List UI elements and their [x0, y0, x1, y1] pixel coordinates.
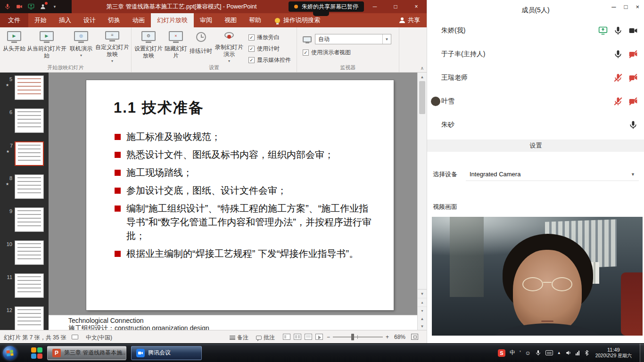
- camera-on-icon[interactable]: [628, 26, 638, 35]
- notes-scrollbar[interactable]: ▲ ▼: [417, 315, 427, 330]
- slide-thumbnail-active[interactable]: 7 ★: [15, 141, 44, 166]
- mic-muted-icon[interactable]: [613, 73, 623, 82]
- vertical-scrollbar[interactable]: ▲ ▼ ▴ ▾: [417, 73, 427, 315]
- taskbar-powerpoint-button[interactable]: P 第三章 管道线路基本施...: [47, 346, 126, 360]
- monitor-dropdown[interactable]: 自动 ▼: [315, 34, 391, 44]
- zoom-out-button[interactable]: −: [327, 334, 330, 340]
- punctuation-icon[interactable]: ’: [520, 350, 521, 356]
- tab-view[interactable]: 视图: [218, 13, 243, 27]
- keyboard-icon[interactable]: [545, 350, 553, 355]
- chevron-down-icon[interactable]: ▾: [51, 3, 58, 10]
- slide-sorter-view-button[interactable]: [294, 334, 301, 340]
- set-up-slideshow-button[interactable]: ⚙ 设置幻灯片放映: [133, 29, 164, 64]
- next-slide-button[interactable]: ▾: [418, 306, 427, 315]
- tab-slideshow[interactable]: 幻灯片放映: [151, 13, 194, 27]
- checkbox-label: 使用演示者视图: [311, 49, 351, 57]
- tab-design[interactable]: 设计: [77, 13, 102, 27]
- tab-animations[interactable]: 动画: [126, 13, 151, 27]
- zoom-in-button[interactable]: +: [386, 334, 389, 340]
- member-row: 朱砂: [427, 113, 644, 137]
- mic-muted-icon[interactable]: [613, 97, 623, 106]
- meeting-mic-icon[interactable]: [4, 3, 11, 10]
- input-language-icon[interactable]: 中: [510, 349, 515, 357]
- presenter-view-checkbox[interactable]: ✓ 使用演示者视图: [303, 49, 351, 57]
- scroll-down-button[interactable]: ▼: [418, 322, 427, 330]
- play-narrations-checkbox[interactable]: ✓ 播放旁白: [248, 33, 291, 41]
- from-beginning-button[interactable]: ▶ 从头开始: [2, 29, 26, 64]
- volume-icon[interactable]: [565, 350, 571, 356]
- tab-insert[interactable]: 插入: [53, 13, 77, 27]
- slide-thumbnail[interactable]: 11: [15, 273, 44, 298]
- minimize-button[interactable]: ─: [364, 0, 385, 13]
- mic-on-icon[interactable]: [628, 120, 638, 130]
- mic-on-icon[interactable]: [613, 49, 623, 59]
- camera-device-dropdown[interactable]: Integrated Camera ▼: [466, 168, 639, 181]
- meeting-share-screen-icon[interactable]: [27, 3, 35, 10]
- voice-input-icon[interactable]: [535, 350, 541, 356]
- maximize-button[interactable]: □: [624, 3, 628, 10]
- emoji-icon[interactable]: ☺: [525, 350, 531, 356]
- fit-slide-button[interactable]: [411, 334, 418, 340]
- slideshow-view-button[interactable]: [315, 334, 323, 340]
- hide-slide-button[interactable]: × 隐藏幻灯片: [164, 29, 188, 64]
- slide-thumbnail[interactable]: 8 ★: [15, 174, 44, 199]
- hidden-icons-button[interactable]: ▲: [557, 351, 561, 355]
- tab-review[interactable]: 审阅: [194, 13, 218, 27]
- scroll-up-button[interactable]: ▲: [418, 315, 427, 322]
- from-current-slide-button[interactable]: ▶ 从当前幻灯片开始: [26, 29, 67, 64]
- show-media-controls-checkbox[interactable]: ✓ 显示媒体控件: [248, 56, 291, 64]
- reading-view-button[interactable]: [305, 334, 312, 340]
- current-slide[interactable]: 1.1 技术准备 施工标准及验收规范； 熟悉设计文件、图纸及标书内容，组织内部会…: [86, 80, 394, 310]
- slide-thumbnail[interactable]: 12: [15, 306, 44, 330]
- scroll-up-button[interactable]: ▲: [418, 73, 427, 81]
- bluetooth-icon[interactable]: [584, 350, 590, 356]
- tab-help[interactable]: 帮助: [243, 13, 267, 27]
- use-timings-checkbox[interactable]: ✓ 使用计时: [248, 45, 291, 53]
- close-button[interactable]: ×: [636, 3, 639, 10]
- comments-toggle-button[interactable]: 批注: [256, 334, 275, 342]
- taskbar-meeting-button[interactable]: 腾讯会议: [131, 346, 202, 360]
- zoom-slider-track[interactable]: [333, 337, 383, 337]
- language-indicator[interactable]: 中文(中国): [86, 334, 112, 342]
- zoom-percentage[interactable]: 68%: [394, 334, 405, 340]
- notes-toggle-button[interactable]: 备注: [230, 334, 248, 342]
- record-slideshow-button[interactable]: 录制幻灯片演示 ▾: [214, 29, 245, 64]
- share-button[interactable]: 共享: [399, 13, 420, 27]
- sogou-input-icon[interactable]: S: [498, 349, 505, 357]
- camera-off-icon[interactable]: [628, 97, 638, 106]
- spellcheck-icon[interactable]: [72, 335, 78, 339]
- rehearse-timings-button[interactable]: 排练计时: [188, 29, 214, 64]
- mic-on-icon[interactable]: [613, 26, 623, 35]
- camera-off-icon[interactable]: [628, 49, 638, 59]
- camera-off-icon[interactable]: [628, 73, 638, 82]
- tab-home[interactable]: 开始: [28, 13, 53, 27]
- slide-thumbnail[interactable]: 9: [15, 207, 44, 232]
- clock[interactable]: 11:49 2020\2\29 星期六: [595, 347, 632, 359]
- network-signal-icon[interactable]: [576, 350, 579, 355]
- start-button[interactable]: [3, 346, 17, 360]
- ribbon-collapse-button[interactable]: ∧: [421, 66, 424, 71]
- slide-thumbnail[interactable]: 10: [15, 240, 44, 265]
- custom-slideshow-button[interactable]: ≡ 自定义幻灯片放映 ▾: [95, 29, 129, 64]
- meeting-camera-icon[interactable]: [16, 3, 23, 10]
- slide-thumbnail[interactable]: 5 ★: [15, 75, 44, 100]
- maximize-button[interactable]: □: [385, 0, 406, 13]
- zoom-slider-thumb[interactable]: [351, 334, 354, 340]
- scrollbar-thumb[interactable]: [419, 81, 425, 114]
- present-online-button[interactable]: ◎ 联机演示 ▾: [67, 29, 95, 64]
- slide-thumbnail[interactable]: 6: [15, 108, 44, 133]
- notes-pane[interactable]: Technological Connection 施工组织设计：construc…: [49, 315, 417, 330]
- notes-line: Technological Connection: [68, 317, 417, 324]
- previous-slide-button[interactable]: ▴: [418, 298, 427, 306]
- minimize-button[interactable]: ─: [611, 3, 616, 10]
- quick-launch-icon[interactable]: [31, 347, 42, 359]
- meeting-members-icon[interactable]: [39, 3, 47, 10]
- show-desktop-button[interactable]: [640, 344, 644, 362]
- scroll-down-button[interactable]: ▼: [418, 289, 427, 298]
- close-button[interactable]: ×: [406, 0, 427, 13]
- tab-transitions[interactable]: 切换: [102, 13, 126, 27]
- record-icon: [224, 32, 234, 38]
- notification-handle[interactable]: [313, 12, 329, 16]
- tab-file[interactable]: 文件: [0, 13, 28, 27]
- normal-view-button[interactable]: [283, 334, 290, 340]
